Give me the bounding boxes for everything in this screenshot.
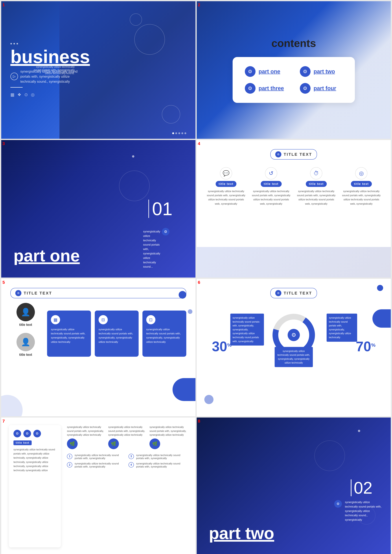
slide-5: 5 ⚙ TITLE TEXT 👤 title text [1,279,196,416]
slide-number-3: 3 [2,141,5,146]
s7-icon-2: ⚙ [23,430,31,437]
slide6-center: 30% synergistically utilize technically … [206,312,382,358]
slide5-avatar2: 👤 [16,333,35,351]
slide5-card3-icon: ⊡ [146,315,155,324]
list-num-3: 3 [128,454,134,459]
slide-3: 3 part one 01 ⚙ synergistically utilize … [1,140,196,278]
slide7-right: synergistically utilize technically soun… [67,425,188,547]
slide7-card-text: synergistically utilize technically soun… [14,448,56,472]
contents-heading: contents [271,37,316,49]
content-link-2[interactable]: part two [314,68,335,75]
slide4-card4-label: title text [351,181,372,187]
slide5-card1-text: synergistically utilize technically soun… [51,327,87,344]
slide4-card2-icon: ↺ [265,167,277,179]
slide6-badge-text: TITLE TEXT [284,291,312,295]
slide4-card1-icon: 💬 [220,167,232,179]
slide5-badge: ⚙ TITLE TEXT [10,288,186,298]
slide8-desc: synergistically utilize technically soun… [345,500,383,522]
slide4-card3-text: synergistically utilize technically soun… [296,189,336,206]
slide-4: 4 ⚙ TITLE TEXT 💬 title text synergistica… [197,140,391,278]
slide7-list: 1 synergistically utilize technically so… [67,454,188,468]
slide6-text-center: synergistically utilize technically soun… [275,347,313,367]
slide1-right-text: synergistically utilize technicallysound… [34,65,75,75]
slide7-top-3: synergistically utilize technically soun… [149,425,188,449]
slide4-card4-text: synergistically utilize technically soun… [341,189,382,206]
slide7-left-card: ⚙ ⚙ ⚙ title text synergistically utilize… [9,425,61,547]
content-link-3[interactable]: part three [259,85,284,91]
slide4-card3-icon: ⏱ [310,167,322,179]
slide-7: 7 ⚙ ⚙ ⚙ title text synergistically utili… [1,418,196,554]
slide-number-5: 5 [2,280,5,285]
slide7-top-1: synergistically utilize technically soun… [67,425,105,449]
slide5-card3-text: synergistically utilize technically soun… [146,327,182,344]
slide5-badge-text: TITLE TEXT [24,291,52,295]
slide7-icons: ⚙ ⚙ ⚙ [14,430,56,437]
slide4-card3-label: title text [306,181,327,187]
list-num-2: 2 [67,462,72,468]
slide1-icon4: ◎ [31,92,35,97]
slide-number-8: 8 [198,419,200,424]
slide5-card-2: ⊟ synergistically utilize technically so… [95,310,139,357]
slide4-badge: ⚙ TITLE TEXT [270,149,317,160]
slide-number-7: 7 [2,419,5,424]
slide7-top-2: synergistically utilize technically soun… [108,425,147,449]
content-item-2[interactable]: ⚙ part two [300,66,343,77]
content-icon-3: ⚙ [245,83,256,94]
slide4-cards: 💬 title text synergistically utilize tec… [206,167,382,206]
list-num-1: 1 [67,454,72,459]
slide5-badge-icon: ⚙ [15,290,21,296]
slide6-badge: ⚙ TITLE TEXT [270,288,317,298]
slide7-top-items: synergistically utilize technically soun… [67,425,188,449]
slide-number-2: 2 [198,2,200,7]
slide7-list-1: 1 synergistically utilize technically so… [67,454,126,460]
slide5-card-3: ⊡ synergistically utilize technically so… [142,310,186,357]
slide4-card-2: ↺ title text synergistically utilize tec… [251,167,291,206]
slide5-card2-icon: ⊟ [98,315,108,324]
slide4-card-4: ◎ title text synergistically utilize tec… [341,167,382,206]
slide8-icon: ⚙ [334,500,342,508]
slide4-card-1: 💬 title text synergistically utilize tec… [206,167,246,206]
slide3-part-title: part one [14,246,80,265]
slide7-card-label: title text [14,441,32,445]
slide7-list-3: 3 synergistically utilize technically so… [128,454,188,460]
slide-number-4: 4 [198,141,200,146]
slide4-badge-icon: ⚙ [275,151,281,157]
slide-number-1: 1 [2,2,5,7]
slide5-card1-icon: ▦ [51,315,60,324]
slide5-label2: title text [19,353,32,357]
slide1-icon3: ⊙ [24,92,28,97]
slide6-stat-right: 70% [356,340,376,353]
content-link-1[interactable]: part one [259,68,280,75]
slide4-card4-icon: ◎ [355,167,367,179]
contents-box: ⚙ part one ⚙ part two ⚙ part three ⚙ par… [233,57,355,103]
slide7-leaf-2: 🌿 [108,438,119,449]
slide4-card1-text: synergistically utilize technically soun… [206,189,246,206]
slide7-list-4: 4 synergistically utilize technically so… [128,462,188,468]
slide1-icon2: ❖ [17,92,21,97]
slide4-card2-label: title text [261,181,282,187]
content-item-4[interactable]: ⚙ part four [300,83,343,94]
slide5-left: 👤 title text 👤 title text [10,303,41,357]
slide4-card1-label: title text [216,181,237,187]
slide7-leaf-1: 🌿 [67,438,78,449]
slide6-text-left: synergistically utilize technically soun… [230,314,264,345]
s7-icon-1: ⚙ [14,430,21,437]
content-item-3[interactable]: ⚙ part three [245,83,288,94]
content-icon-4: ⚙ [300,83,311,94]
list-num-4: 4 [128,462,134,468]
slide8-part-title: part two [209,523,274,543]
slide5-card2-text: synergistically utilize technically soun… [98,327,135,344]
slide-6: 6 ⚙ TITLE TEXT 30% synergistically utili… [197,279,391,416]
content-item-1[interactable]: ⚙ part one [245,66,288,77]
slide-2: 2 contents ⚙ part one ⚙ part two ⚙ part … [197,1,391,139]
slide6-text-right: synergistically utilize technically soun… [327,314,357,342]
content-link-4[interactable]: part four [314,85,336,91]
slide1-icon1: ▦ [10,92,14,97]
slide3-icon: ⚙ [162,228,169,236]
slide6-badge-icon: ⚙ [275,290,281,296]
slide1-title: business [10,48,90,66]
slide5-cards: ▦ synergistically utilize technically so… [47,310,186,357]
slide3-number: 01 [148,200,172,218]
slide-number-6: 6 [198,280,200,285]
slide5-avatar1: 👤 [16,303,35,321]
